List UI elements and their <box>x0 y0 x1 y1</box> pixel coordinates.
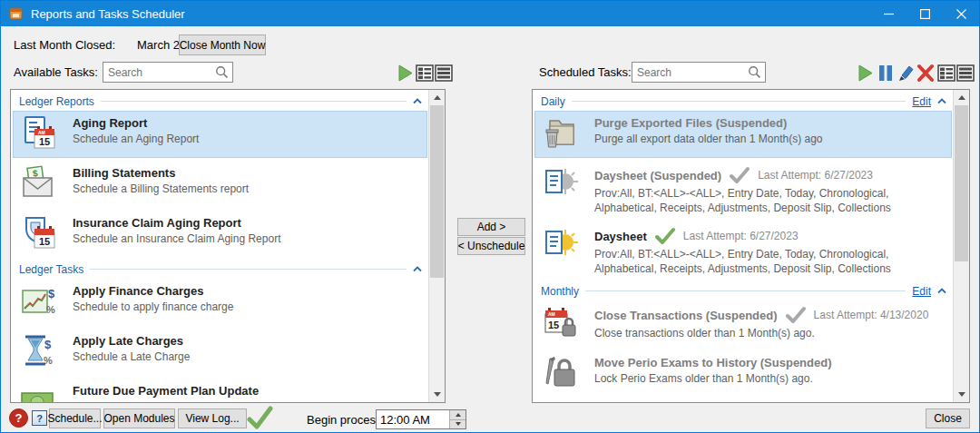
svg-text:$: $ <box>48 287 55 300</box>
task-item[interactable]: Move Perio Exams to History (Suspended)L… <box>534 350 952 398</box>
task-item[interactable]: DaysheetLast Attempt: 6/27/2023Prov:All,… <box>534 221 952 280</box>
task-description: Prov:All, BT:<ALL>-<ALL>, Entry Date, To… <box>594 248 946 276</box>
available-tasks-label: Available Tasks: <box>14 65 98 79</box>
suspended-check-icon <box>786 306 806 324</box>
task-description: Purge all export data older than 1 Month… <box>594 133 946 147</box>
scheduled-search <box>632 62 766 83</box>
apply-late-charges-icon: $% <box>21 333 57 369</box>
task-item[interactable]: $%Apply Late ChargesSchedule a Late Char… <box>13 329 427 376</box>
daysheet-suspended-icon <box>543 165 579 202</box>
svg-text:15: 15 <box>548 320 559 330</box>
scheduled-tasks-panel: DailyEditPurge Exported Files (Suspended… <box>532 89 970 403</box>
time-spinner <box>449 410 466 428</box>
last-month-closed-label: Last Month Closed: <box>14 38 115 52</box>
daysheet-icon <box>543 226 579 262</box>
svg-text:$: $ <box>44 338 52 351</box>
aging-report-icon: AM15 <box>21 115 57 152</box>
available-search <box>103 62 233 83</box>
run-available-task-icon[interactable] <box>397 64 415 83</box>
move-perio-exams-icon <box>543 355 579 391</box>
begin-time-input[interactable] <box>377 410 449 428</box>
task-title: Daysheet <box>594 230 647 243</box>
scroll-up-icon[interactable] <box>954 90 969 105</box>
spinner-down-icon[interactable] <box>450 419 466 429</box>
scroll-thumb[interactable] <box>955 105 968 261</box>
available-search-input[interactable] <box>103 63 232 82</box>
task-item[interactable]: Move Clinical Notes to History (Suspende… <box>534 400 952 402</box>
close-transactions-icon: AM15 <box>543 305 579 341</box>
window-controls <box>870 1 979 26</box>
task-item[interactable]: $%Apply Finance ChargesSchedule to apply… <box>13 279 427 326</box>
task-item[interactable]: Daysheet (Suspended)Last Attempt: 6/27/2… <box>534 161 952 219</box>
scroll-thumb[interactable] <box>430 105 444 278</box>
view-log-button[interactable]: View Log... <box>178 408 247 428</box>
begin-time-field <box>376 409 466 429</box>
pause-task-icon[interactable] <box>877 64 895 83</box>
titlebar: Reports and Tasks Scheduler <box>1 1 979 26</box>
task-title: Purge Exported Files (Suspended) <box>594 116 787 130</box>
scheduled-scrollbar[interactable] <box>953 90 969 402</box>
insurance-claim-aging-icon: 15 <box>21 215 57 251</box>
task-title: Apply Finance Charges <box>73 284 203 298</box>
delete-task-icon[interactable] <box>916 64 935 83</box>
section-edit-link[interactable]: Edit <box>912 285 931 298</box>
section-title: Ledger Reports <box>19 95 94 108</box>
add-button[interactable]: Add > <box>457 218 525 236</box>
run-scheduled-task-icon[interactable] <box>857 64 875 83</box>
task-description: Schedule a Billing Statements report <box>73 182 422 197</box>
last-attempt-text: Last Attempt: 6/27/2023 <box>758 169 873 182</box>
task-item[interactable]: AM15Aging ReportSchedule an Aging Report <box>13 111 427 158</box>
task-item[interactable]: Future Due Payment Plan Update <box>13 379 427 402</box>
section-divider <box>101 101 407 102</box>
task-description: Lock Perio Exams older than 1 Month(s) a… <box>594 372 946 387</box>
scroll-down-icon[interactable] <box>429 387 445 402</box>
details-view-icon[interactable] <box>937 64 956 83</box>
edit-task-icon[interactable] <box>897 64 915 83</box>
apply-finance-charges-icon: $% <box>21 283 57 320</box>
task-description: Prov:All, BT:<ALL>-<ALL>, Entry Date, To… <box>594 187 946 215</box>
task-item[interactable]: $Billing StatementsSchedule a Billing St… <box>13 161 427 208</box>
collapse-chevron-icon[interactable] <box>937 288 946 294</box>
section-header: MonthlyEdit <box>541 283 946 299</box>
close-month-now-button[interactable]: Close Month Now <box>179 34 266 55</box>
suspended-check-icon <box>730 166 750 184</box>
close-window-icon[interactable] <box>943 1 979 26</box>
section-divider <box>90 269 407 270</box>
maximize-button[interactable] <box>906 1 943 26</box>
section-divider <box>572 101 906 102</box>
task-item[interactable]: AM15Close Transactions (Suspended)Last A… <box>534 300 952 348</box>
svg-text:15: 15 <box>39 236 50 247</box>
scroll-down-icon[interactable] <box>954 387 969 402</box>
list-view-icon[interactable] <box>956 64 975 83</box>
schedule-button[interactable]: Schedule... <box>49 408 101 428</box>
task-title: Insurance Claim Aging Report <box>73 216 241 230</box>
close-button[interactable]: Close <box>926 408 970 428</box>
spinner-up-icon[interactable] <box>450 410 466 419</box>
available-scrollbar[interactable] <box>428 90 445 402</box>
collapse-chevron-icon[interactable] <box>413 266 422 272</box>
details-view-icon[interactable] <box>416 64 434 83</box>
collapse-chevron-icon[interactable] <box>413 98 422 104</box>
future-due-payment-plan-icon <box>21 383 57 402</box>
section-title: Ledger Tasks <box>19 263 83 276</box>
section-edit-link[interactable]: Edit <box>912 95 931 108</box>
task-item[interactable]: Purge Exported Files (Suspended)Purge al… <box>534 111 952 158</box>
svg-text:%: % <box>44 355 53 366</box>
task-title: Move Perio Exams to History (Suspended) <box>594 356 832 369</box>
context-help-icon[interactable]: ? <box>32 410 47 426</box>
task-title: Aging Report <box>73 116 147 130</box>
scheduled-tasks-label: Scheduled Tasks: <box>539 65 632 79</box>
app-icon <box>9 6 24 21</box>
success-check-icon <box>655 227 675 245</box>
scheduled-search-input[interactable] <box>632 63 765 82</box>
list-view-icon[interactable] <box>435 64 453 83</box>
task-item[interactable]: 15Insurance Claim Aging ReportSchedule a… <box>13 211 427 258</box>
minimize-button[interactable] <box>870 1 906 26</box>
available-tasks-panel: Ledger ReportsAM15Aging ReportSchedule a… <box>10 89 446 403</box>
unschedule-button[interactable]: < Unschedule <box>457 237 525 255</box>
purge-exported-files-icon <box>543 115 579 152</box>
help-icon[interactable]: ? <box>9 408 28 428</box>
open-modules-button[interactable]: Open Modules <box>103 408 175 428</box>
collapse-chevron-icon[interactable] <box>937 98 946 104</box>
scroll-up-icon[interactable] <box>429 90 445 105</box>
